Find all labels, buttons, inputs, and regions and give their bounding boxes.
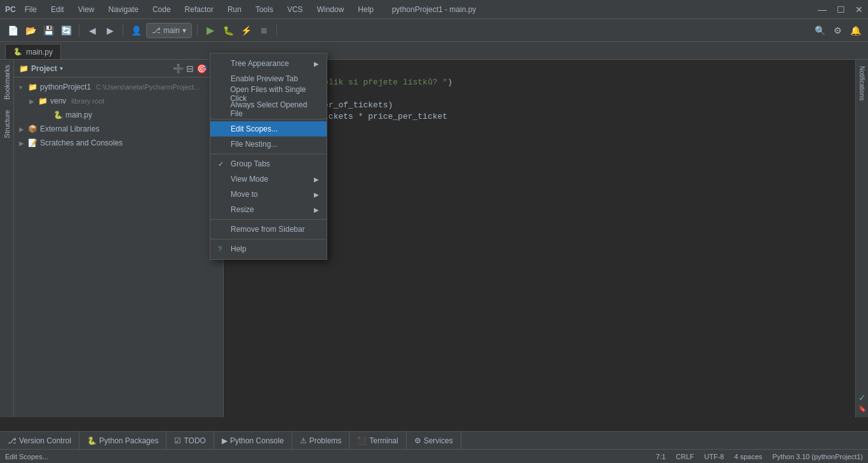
ctx-open-files-single-click[interactable]: Open Files with Single Click <box>210 86 327 102</box>
services-tab[interactable]: ⚙ Services <box>407 432 461 450</box>
search-everywhere-button[interactable]: 🔍 <box>812 23 827 38</box>
python-version-label: Python 3.10 (pythonProject1) <box>773 453 863 460</box>
indent-label: 4 spaces <box>734 453 762 460</box>
menu-navigate[interactable]: Navigate <box>104 4 144 15</box>
ctx-edit-scopes[interactable]: Edit Scopes... <box>210 121 327 137</box>
line-content: kets = int(number_of_tickets) <box>249 100 855 110</box>
status-line-endings[interactable]: CRLF <box>676 453 695 460</box>
update-button[interactable]: 🔔 <box>848 23 863 38</box>
file-tab-label: main.py <box>26 48 53 57</box>
menu-file[interactable]: File <box>20 4 42 15</box>
version-control-icon: ⎇ <box>8 436 17 445</box>
ctx-separator-1 <box>210 119 327 119</box>
save-button[interactable]: 💾 <box>41 23 56 38</box>
ctx-help[interactable]: ? Help <box>210 241 327 257</box>
line-endings-label: CRLF <box>676 453 695 460</box>
locate-file-button[interactable]: 🎯 <box>196 64 207 74</box>
version-control-tab[interactable]: ⎇ Version Control <box>0 432 79 450</box>
branch-selector[interactable]: ⎇ main ▾ <box>146 23 192 38</box>
root-path: C:\Users\aneta\PycharmProject... <box>96 83 200 91</box>
open-file-button[interactable]: 📂 <box>23 23 38 38</box>
run-config-button[interactable]: 👤 <box>128 23 144 38</box>
ctx-move-to-label: Move to <box>231 190 258 199</box>
ctx-enable-preview-tab[interactable]: Enable Preview Tab <box>210 71 327 86</box>
venv-folder-icon: 📁 <box>38 97 48 105</box>
title-bar: PC File Edit View Navigate Code Refactor… <box>0 0 868 19</box>
sync-button[interactable]: 🔄 <box>58 23 74 38</box>
settings-button[interactable]: ⚙ <box>830 23 845 38</box>
maximize-button[interactable]: ☐ <box>837 4 845 15</box>
menu-run[interactable]: Run <box>222 4 247 15</box>
status-bar: Edit Scopes... 7:1 CRLF UTF-8 4 spaces P… <box>0 449 868 463</box>
menu-window[interactable]: Window <box>312 4 349 15</box>
todo-tab[interactable]: ☑ TODO <box>166 432 214 450</box>
back-button[interactable]: ◀ <box>85 23 100 38</box>
ctx-resize[interactable]: Resize ▶ <box>210 202 327 217</box>
terminal-tab[interactable]: ⬛ Terminal <box>349 432 406 450</box>
stop-button[interactable]: ⏹ <box>256 23 271 38</box>
forward-button[interactable]: ▶ <box>102 23 118 38</box>
submenu-arrow-icon: ▶ <box>314 176 319 183</box>
ctx-remove-from-sidebar[interactable]: Remove from Sidebar <box>210 222 327 237</box>
run-with-coverage-button[interactable]: ⚡ <box>238 23 254 38</box>
minimize-button[interactable]: — <box>818 4 827 15</box>
close-button[interactable]: ✕ <box>855 4 863 15</box>
python-packages-tab[interactable]: 🐍 Python Packages <box>79 432 166 450</box>
python-console-icon: ▶ <box>222 436 227 445</box>
menu-edit[interactable]: Edit <box>46 4 69 15</box>
window-title: pythonProject1 - main.py <box>392 5 477 14</box>
ctx-always-select[interactable]: Always Select Opened File <box>210 102 327 117</box>
menu-view[interactable]: View <box>73 4 100 15</box>
ctx-separator-2 <box>210 154 327 154</box>
python-console-tab[interactable]: ▶ Python Console <box>214 432 292 450</box>
menu-tools[interactable]: Tools <box>250 4 278 15</box>
ctx-file-nesting[interactable]: File Nesting... <box>210 137 327 152</box>
branch-icon: ⎇ <box>152 26 161 35</box>
ctx-group-tabs[interactable]: ✓ Group Tabs <box>210 156 327 171</box>
ctx-move-to[interactable]: Move to ▶ <box>210 187 327 202</box>
debug-button[interactable]: 🐛 <box>220 23 236 38</box>
folder-icon: 📁 <box>28 83 37 91</box>
status-python-version[interactable]: Python 3.10 (pythonProject1) <box>773 453 863 460</box>
collapse-all-button[interactable]: ⊟ <box>186 64 194 74</box>
sidebar-title: Project <box>31 64 57 73</box>
bookmarks-tab[interactable]: Bookmarks <box>1 60 13 105</box>
tree-item-scratches[interactable]: ▶ 📝 Scratches and Consoles <box>14 136 223 150</box>
menu-vcs[interactable]: VCS <box>282 4 308 15</box>
ctx-view-mode[interactable]: View Mode ▶ <box>210 171 327 187</box>
edit-scopes-status-label: Edit Scopes... <box>5 453 48 460</box>
checkmark-icon: ✓ <box>218 160 227 168</box>
structure-tab[interactable]: Structure <box>1 105 13 144</box>
todo-label: TODO <box>184 436 205 445</box>
checkmark-icon: ✓ <box>858 393 866 403</box>
ctx-separator-4 <box>210 239 327 239</box>
python-packages-label: Python Packages <box>99 436 158 445</box>
submenu-arrow-icon: ▶ <box>314 206 319 213</box>
menu-help[interactable]: Help <box>353 4 379 15</box>
status-position[interactable]: 7:1 <box>656 453 665 460</box>
menu-code[interactable]: Code <box>147 4 176 15</box>
tree-item-venv[interactable]: ▶ 📁 venv library root <box>14 94 223 108</box>
ctx-tree-appearance-label: Tree Appearance <box>231 59 289 68</box>
new-file-button[interactable]: 📄 <box>5 23 20 38</box>
status-edit-scopes[interactable]: Edit Scopes... <box>5 453 48 460</box>
bookmark-icon[interactable]: 🔖 <box>858 405 866 412</box>
tree-item-main-py[interactable]: 🐍 main.py <box>14 108 223 122</box>
sidebar-dropdown-icon[interactable]: ▾ <box>60 65 63 72</box>
line-content: kets = input("Kolik si přejete lístků? "… <box>249 77 855 87</box>
tree-root-project[interactable]: ▾ 📁 pythonProject1 C:\Users\aneta\Pychar… <box>14 80 223 94</box>
add-content-root-button[interactable]: ➕ <box>173 64 184 74</box>
notifications-tab[interactable]: Notifications <box>857 62 867 104</box>
problems-tab[interactable]: ⚠ Problems <box>292 432 350 450</box>
ctx-tree-appearance[interactable]: Tree Appearance ▶ <box>210 56 327 71</box>
run-button[interactable]: ▶ <box>203 23 218 38</box>
file-tab-main-py[interactable]: 🐍 main.py <box>5 44 61 59</box>
tree-item-external-libraries[interactable]: ▶ 📦 External Libraries <box>14 122 223 136</box>
version-control-label: Version Control <box>19 436 71 445</box>
ctx-enable-preview-label: Enable Preview Tab <box>231 74 298 83</box>
status-encoding[interactable]: UTF-8 <box>704 453 724 460</box>
status-indent[interactable]: 4 spaces <box>734 453 762 460</box>
line-content: ket = 345 <box>249 89 855 98</box>
menu-refactor[interactable]: Refactor <box>180 4 219 15</box>
left-vertical-tabs: Bookmarks Structure <box>0 60 14 417</box>
